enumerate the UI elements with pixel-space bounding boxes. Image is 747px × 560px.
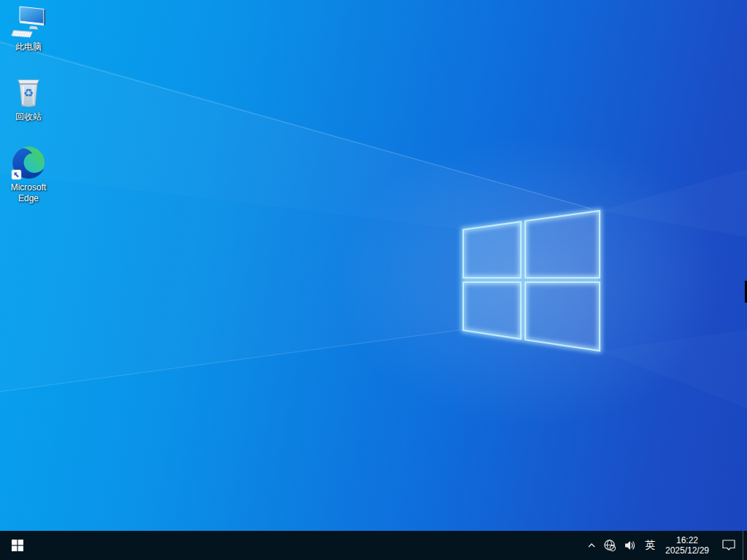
recycle-bin-label: 回收站 <box>15 112 42 122</box>
clock-time: 16:22 <box>676 535 698 545</box>
taskbar: 英 16:22 2025/12/29 <box>0 531 747 560</box>
language-label: 英 <box>645 539 655 552</box>
chevron-up-icon <box>587 540 597 551</box>
hidden-icons-button[interactable] <box>584 531 600 560</box>
taskbar-clock[interactable]: 16:22 2025/12/29 <box>659 531 715 560</box>
desktop-icon-recycle-bin[interactable]: ♻ 回收站 <box>1 74 56 122</box>
this-pc-monitor-icon <box>11 4 46 39</box>
desktop-icon-this-pc[interactable]: 此电脑 <box>1 4 56 52</box>
svg-text:♻: ♻ <box>23 86 34 100</box>
desktop-icon-microsoft-edge[interactable]: Microsoft Edge <box>1 145 56 204</box>
recycle-bin-icon: ♻ <box>11 74 46 109</box>
show-desktop-button[interactable] <box>743 531 747 560</box>
globe-no-internet-icon <box>603 539 616 552</box>
action-center-bubble-icon <box>722 540 735 551</box>
taskbar-empty-area <box>35 531 584 560</box>
microsoft-edge-label: Microsoft Edge <box>11 182 47 204</box>
input-language-indicator[interactable]: 英 <box>640 531 659 560</box>
clock-date: 2025/12/29 <box>665 545 709 556</box>
windows-start-icon <box>12 540 23 551</box>
volume-button[interactable] <box>620 531 640 560</box>
network-status-button[interactable] <box>600 531 620 560</box>
this-pc-label: 此电脑 <box>15 42 42 52</box>
microsoft-edge-icon <box>11 145 46 180</box>
system-tray: 英 16:22 2025/12/29 <box>584 531 747 560</box>
desktop-background: 此电脑 ♻ 回收站 <box>0 0 747 560</box>
windows-logo-wallpaper-art <box>0 0 747 560</box>
action-center-button[interactable] <box>715 531 743 560</box>
start-button[interactable] <box>0 531 35 560</box>
speaker-icon <box>624 540 637 551</box>
